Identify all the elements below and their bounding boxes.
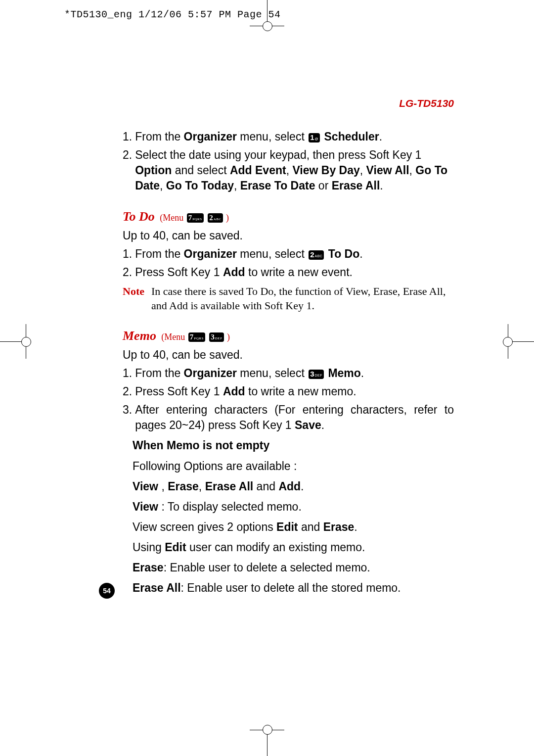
page-number-badge: 54 xyxy=(99,583,115,599)
manual-page: *TD5130_eng 1/12/06 5:57 PM Page 54 54 L… xyxy=(0,0,534,756)
body-text: View : To display selected memo. xyxy=(133,499,454,515)
subsection-title: When Memo is not empty xyxy=(133,438,454,453)
step-text: After entering characters (For entering … xyxy=(135,402,454,433)
body-text: Erase: Enable user to delete a selected … xyxy=(133,560,454,575)
list-item: 2. Select the date using your keypad, th… xyxy=(123,147,454,193)
step-number: 2. xyxy=(123,147,132,193)
memo-steps: 1. From the Organizer menu, select 3DEF … xyxy=(123,366,454,433)
list-item: 3. After entering characters (For enteri… xyxy=(123,402,454,433)
note-label: Note xyxy=(123,284,144,313)
list-item: 2. Press Soft Key 1 Add to write a new e… xyxy=(123,265,454,280)
crop-mark xyxy=(267,731,267,756)
step-number: 2. xyxy=(123,265,132,280)
step-number: 1. xyxy=(123,366,132,381)
section-menu-path: (Menu 7PQRS 2ABC ) xyxy=(160,213,229,223)
scheduler-steps: 1. From the Organizer menu, select 1@ Sc… xyxy=(123,129,454,193)
step-text: Select the date using your keypad, then … xyxy=(135,147,454,193)
registration-circle-icon xyxy=(263,725,272,735)
key-1-icon: 1@ xyxy=(309,133,320,142)
step-text: From the Organizer menu, select 1@ Sched… xyxy=(135,129,454,144)
list-item: 2. Press Soft Key 1 Add to write a new m… xyxy=(123,384,454,399)
step-text: From the Organizer menu, select 2ABC To … xyxy=(135,246,454,262)
registration-circle-icon xyxy=(263,21,272,31)
section-menu-path: (Menu 7PQRS 3DEF ) xyxy=(161,332,230,342)
section-heading-todo: To Do (Menu 7PQRS 2ABC ) xyxy=(123,208,454,225)
step-number: 1. xyxy=(123,129,132,144)
content-column: LG-TD5130 1. From the Organizer menu, se… xyxy=(123,96,454,601)
list-item: 1. From the Organizer menu, select 1@ Sc… xyxy=(123,129,454,144)
key-3-icon: 3DEF xyxy=(309,370,324,379)
todo-steps: 1. From the Organizer menu, select 2ABC … xyxy=(123,246,454,280)
body-text: Following Options are available : xyxy=(133,459,454,474)
crop-mark xyxy=(509,341,534,342)
section-title: To Do xyxy=(123,209,155,224)
section-title: Memo xyxy=(123,329,156,343)
body-text: View , Erase, Erase All and Add. xyxy=(133,479,454,494)
key-2-icon: 2ABC xyxy=(309,250,324,260)
print-slug: *TD5130_eng 1/12/06 5:57 PM Page 54 xyxy=(64,9,281,20)
step-number: 2. xyxy=(123,384,132,399)
key-7-icon: 7PQRS xyxy=(187,213,204,223)
body-text: View screen gives 2 options Edit and Era… xyxy=(133,520,454,535)
key-7-icon: 7PQRS xyxy=(188,332,205,342)
registration-circle-icon xyxy=(21,337,31,347)
note-text: In case there is saved To Do, the functi… xyxy=(151,284,454,313)
model-label: LG-TD5130 xyxy=(123,96,454,110)
step-text: Press Soft Key 1 Add to write a new even… xyxy=(135,265,454,280)
step-text: Press Soft Key 1 Add to write a new memo… xyxy=(135,384,454,399)
intro-text: Up to 40, can be saved. xyxy=(123,228,454,243)
key-3-icon: 3DEF xyxy=(209,332,223,342)
list-item: 1. From the Organizer menu, select 3DEF … xyxy=(123,366,454,381)
body-text: Erase All: Enable user to delete all the… xyxy=(133,580,454,596)
step-text: From the Organizer menu, select 3DEF Mem… xyxy=(135,366,454,381)
body-text: Using Edit user can modify an existing m… xyxy=(133,540,454,555)
section-heading-memo: Memo (Menu 7PQRS 3DEF ) xyxy=(123,327,454,344)
list-item: 1. From the Organizer menu, select 2ABC … xyxy=(123,246,454,262)
registration-circle-icon xyxy=(503,337,513,347)
intro-text: Up to 40, can be saved. xyxy=(123,347,454,363)
step-number: 1. xyxy=(123,246,132,262)
step-number: 3. xyxy=(123,402,132,433)
note-block: Note In case there is saved To Do, the f… xyxy=(123,284,454,313)
key-2-icon: 2ABC xyxy=(208,213,222,223)
memo-options-block: When Memo is not empty Following Options… xyxy=(133,438,454,595)
